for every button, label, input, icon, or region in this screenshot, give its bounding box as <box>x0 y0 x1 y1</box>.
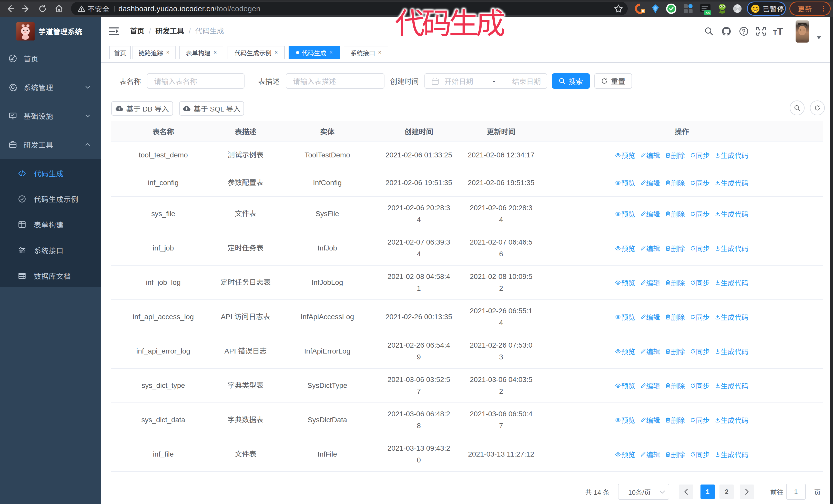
svg-text:on: on <box>706 11 710 15</box>
